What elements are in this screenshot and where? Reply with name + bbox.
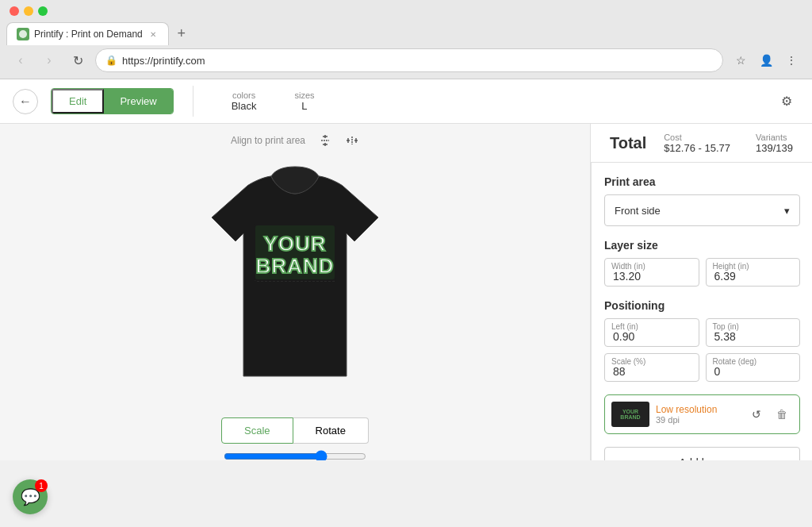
width-label: Width (in) <box>611 262 645 271</box>
layer-warning-text: Low resolution <box>656 404 739 415</box>
left-label: Left (in) <box>611 322 638 331</box>
delete-layer-button[interactable]: 🗑 <box>771 403 793 425</box>
sizes-meta: sizes L <box>294 90 314 112</box>
scale-label: Scale (%) <box>611 357 645 366</box>
scale-slider[interactable] <box>224 450 366 460</box>
menu-button[interactable]: ⋮ <box>780 49 802 71</box>
rotate-label: Rotate (deg) <box>713 357 757 366</box>
app-toolbar: ← Edit Preview colors Black sizes L ⚙ <box>0 79 812 124</box>
toolbar-separator <box>193 86 193 117</box>
profile-button[interactable]: 👤 <box>755 49 777 71</box>
layer-thumbnail: YOURBRAND <box>611 402 649 427</box>
forward-nav-button[interactable]: › <box>38 49 60 71</box>
positioning-section: Positioning Left (in) 0.90 Top (in) 5.38 <box>604 299 800 382</box>
top-field: Top (in) 5.38 <box>706 318 801 347</box>
right-panel: Print area Front side ▾ Layer size Width… <box>591 163 812 460</box>
back-nav-button[interactable]: ‹ <box>10 49 32 71</box>
scale-field: Scale (%) 88 <box>604 353 699 382</box>
bookmark-button[interactable]: ☆ <box>730 49 752 71</box>
total-cost: Cost $12.76 - 15.77 Variants 139/139 <box>664 133 793 154</box>
positioning-row2: Scale (%) 88 Rotate (deg) 0 <box>604 353 800 382</box>
colors-meta: colors Black <box>232 90 257 112</box>
layer-item: YOURBRAND Low resolution 39 dpi ↺ 🗑 <box>604 394 800 434</box>
total-bar: Total Cost $12.76 - 15.77 Variants 139/1… <box>591 124 812 163</box>
total-label: Total <box>610 134 646 152</box>
chat-badge: 1 <box>35 479 48 492</box>
chat-button[interactable]: 💬 1 <box>13 479 48 514</box>
sizes-label: sizes <box>294 90 314 100</box>
close-button[interactable] <box>10 6 19 16</box>
cost-value: $12.76 - 15.77 <box>664 142 730 154</box>
scale-slider-container <box>224 450 366 460</box>
svg-text:YOUR: YOUR <box>263 232 326 256</box>
tab-favicon <box>17 28 29 40</box>
top-label: Top (in) <box>713 322 739 331</box>
lock-icon: 🔒 <box>105 55 117 66</box>
tshirt-preview: YOUR BRAND YOUR BRAND <box>176 154 414 408</box>
add-layer-button[interactable]: Add layer <box>604 447 800 460</box>
print-area-dropdown[interactable]: Front side ▾ <box>604 194 800 226</box>
variants-label: Variants <box>756 133 793 142</box>
tab-close-button[interactable]: ✕ <box>147 29 159 40</box>
browser-tab[interactable]: Printify : Print on Demand ✕ <box>6 22 169 45</box>
height-label: Height (in) <box>713 262 749 271</box>
back-button[interactable]: ← <box>13 89 38 114</box>
align-tools: Align to print area <box>231 133 359 148</box>
tab-title: Printify : Print on Demand <box>34 29 143 40</box>
print-area-value: Front side <box>615 205 661 217</box>
add-layer-section: Add layer Recommended size of .jpeg / .p… <box>604 447 800 460</box>
height-field: Height (in) 6.39 <box>706 258 801 287</box>
svg-point-0 <box>19 30 27 38</box>
new-tab-button[interactable]: + <box>172 25 191 44</box>
positioning-title: Positioning <box>604 299 800 312</box>
variants-item: Variants 139/139 <box>756 133 793 154</box>
align-vertical-button[interactable] <box>318 133 332 148</box>
layer-size-section: Layer size Width (in) 13.20 Height (in) … <box>604 239 800 287</box>
maximize-button[interactable] <box>38 6 48 16</box>
canvas-area: Align to print area <box>0 124 590 460</box>
reload-button[interactable]: ↻ <box>67 49 89 71</box>
edit-button[interactable]: Edit <box>52 89 104 113</box>
cost-label: Cost <box>664 133 730 142</box>
url-text: https://printify.com <box>122 55 205 67</box>
print-area-section: Print area Front side ▾ <box>604 175 800 226</box>
edit-preview-toggle: Edit Preview <box>51 88 174 114</box>
left-field: Left (in) 0.90 <box>604 318 699 347</box>
colors-label: colors <box>232 90 255 100</box>
rotate-field: Rotate (deg) 0 <box>706 353 801 382</box>
traffic-lights <box>10 6 48 16</box>
reset-layer-button[interactable]: ↺ <box>745 403 768 425</box>
align-label: Align to print area <box>231 135 305 146</box>
colors-value: Black <box>232 100 257 112</box>
align-horizontal-button[interactable] <box>345 133 359 148</box>
layer-actions: ↺ 🗑 <box>745 403 793 425</box>
layer-info: Low resolution 39 dpi <box>656 404 739 425</box>
minimize-button[interactable] <box>24 6 33 16</box>
address-bar[interactable]: 🔒 https://printify.com <box>95 48 723 72</box>
preview-button[interactable]: Preview <box>104 89 172 113</box>
rotate-button[interactable]: Rotate <box>293 417 369 444</box>
dropdown-chevron-icon: ▾ <box>784 205 790 217</box>
scale-button[interactable]: Scale <box>221 417 293 444</box>
layer-size-fields: Width (in) 13.20 Height (in) 6.39 <box>604 258 800 287</box>
variants-value: 139/139 <box>756 142 793 154</box>
cost-item: Cost $12.76 - 15.77 <box>664 133 730 154</box>
transform-buttons: Scale Rotate <box>221 417 369 444</box>
svg-text:BRAND: BRAND <box>256 254 335 278</box>
layer-dpi-text: 39 dpi <box>656 415 739 425</box>
settings-button[interactable]: ⚙ <box>774 89 799 114</box>
layer-size-title: Layer size <box>604 239 800 252</box>
width-field: Width (in) 13.20 <box>604 258 699 287</box>
sizes-value: L <box>301 100 307 112</box>
print-area-title: Print area <box>604 175 800 188</box>
positioning-row1: Left (in) 0.90 Top (in) 5.38 <box>604 318 800 347</box>
